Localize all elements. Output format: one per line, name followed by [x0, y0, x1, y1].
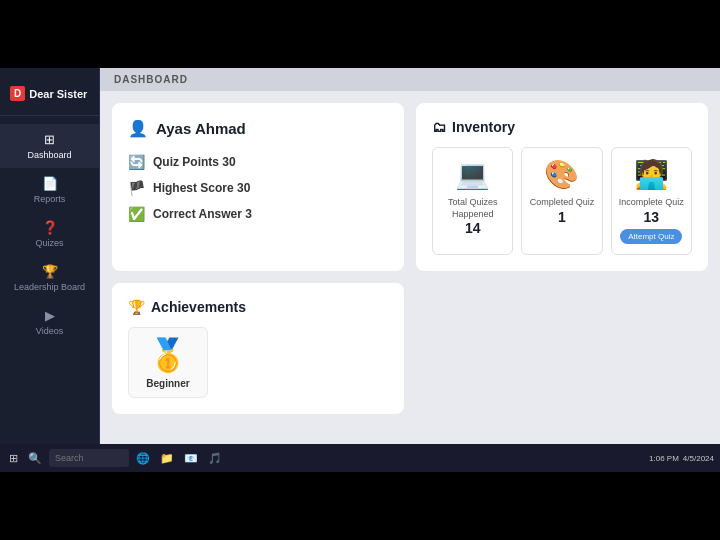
sidebar-item-dashboard[interactable]: ⊞ Dashboard — [0, 124, 99, 168]
sidebar-item-reports[interactable]: 📄 Reports — [0, 168, 99, 212]
sidebar-label-dashboard: Dashboard — [27, 150, 71, 160]
taskbar-clock: 1:06 PM 4/5/2024 — [649, 454, 714, 463]
highest-score-icon: 🏴 — [128, 180, 145, 196]
incomplete-quiz-icon: 🧑‍💻 — [618, 158, 685, 191]
beginner-emoji: 🥇 — [137, 336, 199, 374]
search-icon: 🔍 — [25, 450, 45, 467]
beginner-achievement: 🥇 Beginner — [128, 327, 208, 398]
completed-quiz-label: Completed Quiz — [528, 197, 595, 209]
highest-score-row: 🏴 Highest Score 30 — [128, 180, 388, 196]
taskbar: ⊞ 🔍 🌐 📁 📧 🎵 1:06 PM 4/5/2024 — [0, 444, 720, 472]
taskbar-app-1[interactable]: 🌐 — [133, 450, 153, 467]
incomplete-quiz-count: 13 — [618, 209, 685, 225]
sidebar-label-quizes: Quizes — [35, 238, 63, 248]
inventory-icon: 🗂 — [432, 119, 446, 135]
incomplete-quiz-item: 🧑‍💻 Incomplete Quiz 13 Attempt Quiz — [611, 147, 692, 255]
inventory-header: 🗂 Inventory — [432, 119, 692, 135]
taskbar-date: 4/5/2024 — [683, 454, 714, 463]
quiz-points-icon: 🔄 — [128, 154, 145, 170]
sidebar-label-reports: Reports — [34, 194, 66, 204]
main-content: DASHBOARD 👤 Ayas Ahmad 🔄 Quiz Points 30 … — [100, 68, 720, 444]
sidebar-label-videos: Videos — [36, 326, 63, 336]
sidebar-item-quizes[interactable]: ❓ Quizes — [0, 212, 99, 256]
correct-answer-icon: ✅ — [128, 206, 145, 222]
highest-score-label: Highest Score 30 — [153, 181, 250, 195]
taskbar-app-3[interactable]: 📧 — [181, 450, 201, 467]
profile-header: 👤 Ayas Ahmad — [128, 119, 388, 138]
logo-icon: D — [10, 86, 25, 101]
correct-answer-label: Correct Answer 3 — [153, 207, 252, 221]
sidebar-item-videos[interactable]: ▶ Videos — [0, 300, 99, 344]
taskbar-app-2[interactable]: 📁 — [157, 450, 177, 467]
profile-name: Ayas Ahmad — [156, 120, 246, 137]
quiz-points-label: Quiz Points 30 — [153, 155, 236, 169]
quizes-icon: ❓ — [42, 220, 58, 235]
achievements-icon: 🏆 — [128, 299, 145, 315]
sidebar: D Dear Sister ⊞ Dashboard 📄 Reports ❓ Qu… — [0, 68, 100, 444]
achievements-header: 🏆 Achievements — [128, 299, 388, 315]
total-quizes-item: 💻 Total Quizes Happened 14 — [432, 147, 513, 255]
attempt-quiz-button[interactable]: Attempt Quiz — [620, 229, 682, 244]
leadership-icon: 🏆 — [42, 264, 58, 279]
total-quizes-count: 14 — [439, 220, 506, 236]
quiz-points-row: 🔄 Quiz Points 30 — [128, 154, 388, 170]
completed-quiz-icon: 🎨 — [528, 158, 595, 191]
achievements-list: 🥇 Beginner — [128, 327, 388, 398]
app-name: Dear Sister — [29, 88, 87, 100]
total-quizes-icon: 💻 — [439, 158, 506, 191]
search-input[interactable] — [49, 449, 129, 467]
app-logo: D Dear Sister — [0, 78, 99, 116]
inventory-card: 🗂 Inventory 💻 Total Quizes Happened 14 🎨… — [416, 103, 708, 271]
taskbar-app-4[interactable]: 🎵 — [205, 450, 225, 467]
inventory-grid: 💻 Total Quizes Happened 14 🎨 Completed Q… — [432, 147, 692, 255]
completed-quiz-count: 1 — [528, 209, 595, 225]
correct-answer-row: ✅ Correct Answer 3 — [128, 206, 388, 222]
inventory-title: Inventory — [452, 119, 515, 135]
beginner-label: Beginner — [137, 378, 199, 389]
sidebar-label-leadership: Leadership Board — [14, 282, 85, 292]
windows-icon[interactable]: ⊞ — [6, 450, 21, 467]
dashboard-icon: ⊞ — [44, 132, 55, 147]
profile-card: 👤 Ayas Ahmad 🔄 Quiz Points 30 🏴 Highest … — [112, 103, 404, 271]
achievements-title: Achievements — [151, 299, 246, 315]
total-quizes-label: Total Quizes Happened — [439, 197, 506, 220]
incomplete-quiz-label: Incomplete Quiz — [618, 197, 685, 209]
completed-quiz-item: 🎨 Completed Quiz 1 — [521, 147, 602, 255]
reports-icon: 📄 — [42, 176, 58, 191]
achievements-card: 🏆 Achievements 🥇 Beginner — [112, 283, 404, 414]
sidebar-item-leadership[interactable]: 🏆 Leadership Board — [0, 256, 99, 300]
taskbar-time: 1:06 PM — [649, 454, 679, 463]
breadcrumb: DASHBOARD — [100, 68, 720, 91]
videos-icon: ▶ — [45, 308, 55, 323]
avatar-icon: 👤 — [128, 119, 148, 138]
